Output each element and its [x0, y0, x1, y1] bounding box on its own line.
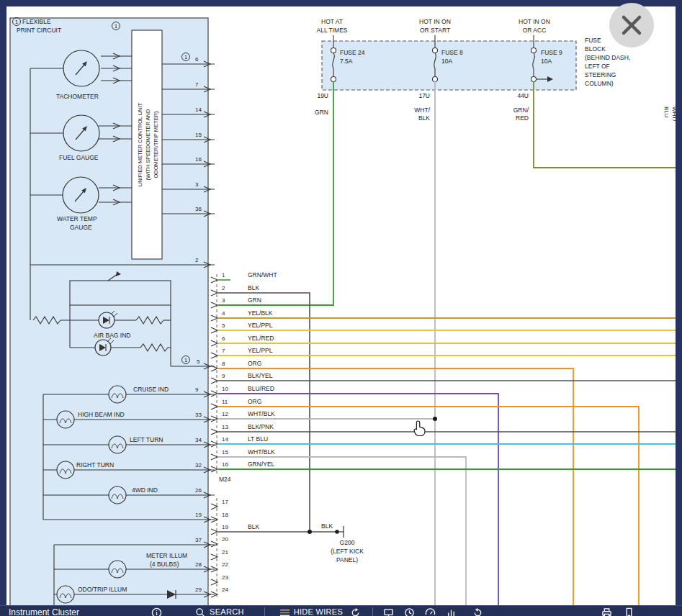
svg-text:LEFT OF: LEFT OF [585, 63, 610, 70]
gauge-icon[interactable] [425, 607, 436, 616]
svg-text:ORG: ORG [248, 398, 261, 405]
bottom-toolbar: Instrument Cluster SEARCH HIDE WIRES [0, 605, 682, 616]
wire-pin8-org [218, 368, 573, 605]
svg-text:PRINT CIRCUIT: PRINT CIRCUIT [17, 27, 61, 34]
svg-text:RIGHT TURN: RIGHT TURN [76, 461, 114, 468]
svg-text:HOT IN ON: HOT IN ON [519, 18, 550, 25]
m24-row-6: 6YEL/RED [211, 335, 274, 346]
m24-row-1: 1GRN/WHT [211, 271, 277, 283]
svg-text:RED: RED [516, 114, 529, 122]
svg-text:BLU: BLU [663, 107, 670, 118]
svg-text:GRN/WHT: GRN/WHT [248, 271, 277, 278]
svg-text:FUEL GAUGE: FUEL GAUGE [59, 154, 99, 161]
svg-text:BLK/PNK: BLK/PNK [248, 423, 274, 430]
search-button[interactable]: SEARCH [195, 607, 244, 616]
svg-text:4: 4 [222, 310, 225, 317]
svg-text:LT BLU: LT BLU [248, 435, 268, 443]
svg-text:WATER TEMP: WATER TEMP [57, 215, 97, 222]
hand-cursor-icon [414, 421, 425, 436]
svg-text:29: 29 [195, 586, 202, 593]
svg-text:METER ILLUM: METER ILLUM [146, 552, 187, 559]
svg-text:33: 33 [195, 412, 202, 418]
clock-icon[interactable] [404, 607, 415, 616]
svg-text:5: 5 [197, 358, 200, 365]
diagram-title-label: Instrument Cluster [9, 607, 147, 616]
svg-text:OR START: OR START [420, 27, 450, 34]
svg-text:WHT/BLK: WHT/BLK [248, 410, 275, 417]
wire-44u-grn-red [534, 81, 682, 168]
svg-text:BLU/RED: BLU/RED [248, 385, 274, 392]
svg-text:CRUISE IND: CRUISE IND [133, 386, 169, 393]
hide-wires-button[interactable]: HIDE WIRES [279, 607, 343, 616]
svg-text:GRN: GRN [315, 109, 328, 116]
m24-row-22: 22 [211, 561, 228, 572]
svg-text:FUSE 8: FUSE 8 [441, 49, 463, 56]
svg-text:YEL/RED: YEL/RED [248, 335, 274, 342]
m24-row-4: 4YEL/BLK [211, 309, 273, 321]
svg-text:(4 BULBS): (4 BULBS) [150, 561, 179, 568]
air-bag-label: AIR BAG IND [94, 332, 130, 339]
unified-meter-control-unit: UNIFIED METER CONTROL UNIT (WITH SPEEDOM… [132, 30, 162, 259]
m24-row-13: 13BLK/PNK [211, 423, 274, 435]
m24-row-15: 15WHT/BLK [211, 448, 275, 460]
ground-g200: G200 (LEFT KICK PANEL) [331, 526, 364, 563]
svg-text:7: 7 [195, 81, 199, 88]
svg-text:ORG: ORG [248, 360, 261, 367]
svg-text:2: 2 [195, 257, 199, 263]
svg-text:16: 16 [222, 461, 228, 468]
m24-row-17: 17 [211, 499, 228, 509]
svg-text:19U: 19U [317, 92, 328, 99]
svg-text:HOT AT: HOT AT [321, 18, 343, 25]
m24-row-5: 5YEL/PPL [211, 322, 273, 333]
svg-text:10: 10 [222, 386, 228, 392]
m24-row-23: 23 [211, 574, 228, 585]
svg-text:18: 18 [222, 512, 228, 518]
chart-icon[interactable] [446, 607, 457, 616]
svg-text:28: 28 [195, 561, 202, 568]
svg-text:20: 20 [222, 536, 228, 543]
svg-text:BLK: BLK [418, 114, 430, 122]
svg-text:15: 15 [222, 449, 228, 456]
wires-icon [279, 607, 290, 616]
svg-text:32: 32 [195, 462, 202, 468]
svg-text:BLOCK: BLOCK [585, 45, 606, 53]
svg-text:WHT/: WHT/ [414, 107, 430, 114]
print-icon[interactable] [601, 607, 612, 616]
svg-text:ALL TIMES: ALL TIMES [317, 27, 348, 34]
svg-text:(LEFT KICK: (LEFT KICK [331, 548, 364, 555]
svg-text:23: 23 [222, 574, 228, 581]
svg-text:ODOMETER/TRIP METER): ODOMETER/TRIP METER) [153, 111, 159, 178]
info-icon[interactable] [151, 607, 162, 616]
m24-row-20: 20 [211, 536, 228, 547]
m24-row-2: 2BLK [211, 284, 259, 296]
power-distribution: HOT AT ALL TIMES HOT IN ON OR START HOT … [315, 18, 630, 122]
bookmark-icon[interactable] [624, 607, 634, 616]
monitor-icon[interactable] [383, 607, 394, 616]
svg-text:3: 3 [222, 297, 225, 304]
svg-text:FUSE 24: FUSE 24 [340, 49, 365, 56]
feed-wire-labels: 19U GRN 17U WHT/ BLK 44U GRN/ RED [315, 92, 529, 122]
svg-text:9: 9 [222, 373, 225, 379]
svg-text:YEL/PPL: YEL/PPL [248, 322, 273, 329]
svg-text:11: 11 [222, 399, 228, 405]
rotate-icon[interactable] [472, 607, 483, 616]
svg-text:OR ACC: OR ACC [523, 27, 547, 34]
svg-text:22: 22 [222, 561, 228, 568]
refresh-icon[interactable] [350, 607, 361, 616]
svg-text:13: 13 [222, 424, 228, 430]
svg-text:ODO/TRIP ILLUM: ODO/TRIP ILLUM [78, 586, 127, 593]
svg-text:WHT/BLK: WHT/BLK [248, 448, 275, 456]
m24-row-11: 11ORG [211, 398, 261, 409]
m24-row-14: 14LT BLU [211, 435, 268, 447]
diagram-canvas[interactable]: 1 FLEXIBLE PRINT CIRCUIT TACHOMETER FUEL… [0, 0, 682, 616]
svg-text:BLK: BLK [248, 284, 259, 291]
svg-text:GAUGE: GAUGE [70, 224, 92, 231]
wire-pin15-wht-blk [218, 457, 466, 605]
svg-text:GRN/: GRN/ [513, 107, 529, 114]
svg-text:HIGH BEAM IND: HIGH BEAM IND [78, 411, 125, 418]
svg-text:10A: 10A [541, 58, 552, 65]
svg-text:17U: 17U [418, 92, 430, 99]
m24-row-8: 8ORG [211, 360, 261, 371]
close-button[interactable] [609, 3, 654, 47]
search-icon [195, 607, 206, 616]
